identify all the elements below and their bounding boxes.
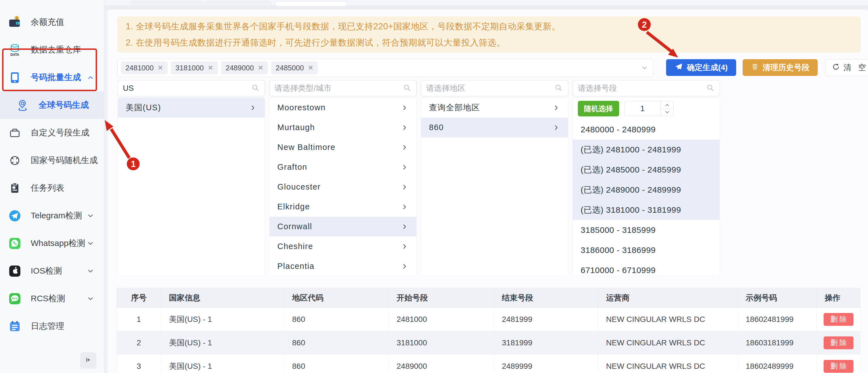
box-icon bbox=[8, 126, 22, 140]
chevron-right-icon bbox=[249, 104, 257, 112]
city-option[interactable]: Elkridge bbox=[270, 197, 416, 217]
segment-option[interactable]: 2480000 - 2480999 bbox=[573, 120, 720, 139]
segment-tag[interactable]: 2489000 ✕ bbox=[221, 61, 268, 74]
segment-option-selected[interactable]: (已选) 2489000 - 2489999 bbox=[573, 180, 720, 200]
city-option[interactable]: Murtaugh bbox=[270, 118, 416, 137]
database-icon: DATA bbox=[8, 43, 22, 57]
city-option[interactable]: Moorestown bbox=[270, 98, 416, 118]
segment-option-selected[interactable]: (已选) 2485000 - 2485999 bbox=[573, 160, 720, 180]
tag-remove-icon[interactable]: ✕ bbox=[208, 64, 213, 72]
col-header-index: 序号 bbox=[117, 288, 161, 308]
country-search-box[interactable] bbox=[118, 80, 265, 96]
confirm-generate-button[interactable]: 确定生成(4) bbox=[666, 59, 736, 76]
delete-button[interactable]: 删 除 bbox=[824, 313, 854, 326]
clear-button[interactable]: 清 空 bbox=[825, 59, 868, 76]
segment-tag[interactable]: 2481000 ✕ bbox=[121, 61, 167, 74]
chevron-down-icon bbox=[87, 212, 94, 220]
segment-option-selected[interactable]: (已选) 3181000 - 3181999 bbox=[573, 200, 720, 220]
cascader-segment-column: 随机选择 1 2480000 - 2480999 (已选) 2481000 - … bbox=[572, 80, 720, 276]
sidebar-item-whatsapp-check[interactable]: Whatsapp检测 bbox=[0, 229, 104, 257]
sidebar-item-telegram-check[interactable]: Telegram检测 bbox=[0, 202, 104, 229]
col-header-sample-number: 示例号码 bbox=[738, 288, 817, 308]
chevron-down-icon[interactable] bbox=[641, 64, 648, 71]
tab-stub[interactable] bbox=[130, 1, 202, 6]
segment-option[interactable]: 3185000 - 3185999 bbox=[573, 220, 720, 240]
cell-end-segment: 2489999 bbox=[494, 354, 598, 373]
wallet-icon: $ bbox=[8, 15, 22, 29]
sidebar-item-rcs-check[interactable]: RCS RCS检测 bbox=[0, 285, 104, 312]
sidebar-item-task-list[interactable]: 任务列表 bbox=[0, 174, 104, 202]
country-option[interactable]: 美国(US) bbox=[118, 98, 265, 118]
sidebar-item-data-dedup[interactable]: DATA 数据去重仓库 bbox=[0, 36, 104, 64]
segment-option[interactable]: 3186000 - 3186999 bbox=[573, 240, 720, 260]
segment-search-box[interactable] bbox=[572, 80, 720, 96]
city-search-input[interactable] bbox=[275, 84, 402, 93]
sidebar-item-label: 自定义号段生成 bbox=[31, 127, 89, 138]
chevron-right-icon bbox=[401, 183, 409, 191]
cell-index: 2 bbox=[117, 331, 161, 354]
city-option[interactable]: New Baltimore bbox=[270, 137, 416, 157]
sidebar-item-log-management[interactable]: 日志管理 bbox=[0, 312, 104, 340]
cell-country: 美国(US) - 1 bbox=[161, 308, 284, 331]
sidebar-item-label: 任务列表 bbox=[31, 182, 64, 194]
delete-button[interactable]: 删 除 bbox=[824, 360, 854, 373]
sidebar-item-balance-recharge[interactable]: $ 余额充值 bbox=[0, 8, 104, 36]
city-search-box[interactable] bbox=[269, 80, 417, 96]
svg-text:DATA: DATA bbox=[10, 53, 19, 57]
city-option[interactable]: Cheshire bbox=[270, 237, 416, 256]
tag-remove-icon[interactable]: ✕ bbox=[258, 64, 264, 72]
tag-remove-icon[interactable]: ✕ bbox=[308, 64, 313, 72]
stepper-down-button[interactable] bbox=[661, 109, 673, 116]
search-icon bbox=[402, 83, 411, 93]
area-option[interactable]: 查询全部地区 bbox=[421, 98, 568, 118]
segment-search-input[interactable] bbox=[578, 84, 706, 93]
chevron-right-icon bbox=[401, 144, 409, 151]
delete-button[interactable]: 删 除 bbox=[824, 336, 854, 349]
city-option-label: Elkridge bbox=[277, 202, 310, 211]
tab-stub[interactable] bbox=[205, 1, 271, 6]
clear-label: 清 空 bbox=[844, 62, 868, 73]
city-option[interactable]: Placentia bbox=[270, 256, 416, 276]
segment-option-selected[interactable]: (已选) 2481000 - 2481999 bbox=[573, 139, 720, 160]
cell-start-segment: 2489000 bbox=[389, 354, 494, 373]
sidebar-collapse-button[interactable] bbox=[80, 352, 96, 369]
country-search-input[interactable] bbox=[123, 84, 251, 93]
col-header-actions: 操作 bbox=[817, 288, 861, 308]
search-icon bbox=[554, 83, 563, 93]
sidebar-item-custom-segment-generation[interactable]: 自定义号段生成 bbox=[0, 119, 104, 147]
area-search-input[interactable] bbox=[426, 84, 554, 93]
area-option-selected[interactable]: 860 bbox=[421, 118, 568, 137]
phone-icon bbox=[8, 71, 22, 85]
chevron-right-icon bbox=[401, 223, 409, 230]
notice-line-1: 1. 全球号码生成服务采集世界各个国家手机号段数据，现已支持220+国家地区，号… bbox=[126, 21, 861, 32]
area-option-label: 查询全部地区 bbox=[429, 102, 480, 113]
area-search-box[interactable] bbox=[421, 80, 568, 96]
col-header-end-segment: 结束号段 bbox=[494, 288, 598, 308]
tag-remove-icon[interactable]: ✕ bbox=[157, 64, 163, 72]
selected-segments-input[interactable]: 2481000 ✕ 3181000 ✕ 2489000 ✕ 2485000 ✕ bbox=[117, 59, 653, 77]
sidebar-item-batch-generation[interactable]: 号码批量生成 bbox=[0, 64, 104, 91]
sidebar-menu: $ 余额充值 DATA 数据去重仓库 号码批量生成 全球号码生成 bbox=[0, 0, 104, 340]
sidebar-item-global-number-generation[interactable]: 全球号码生成 bbox=[0, 91, 104, 119]
random-count-stepper[interactable]: 1 bbox=[624, 101, 674, 116]
segment-tag[interactable]: 2485000 ✕ bbox=[271, 61, 318, 74]
tab-stub-active[interactable] bbox=[275, 1, 347, 6]
sidebar-item-ios-check[interactable]: IOS检测 bbox=[0, 257, 104, 285]
location-pin-icon bbox=[16, 98, 30, 112]
svg-text:RCS: RCS bbox=[12, 297, 18, 300]
cell-area-code: 860 bbox=[284, 354, 389, 373]
segment-list: 随机选择 1 2480000 - 2480999 (已选) 2481000 - … bbox=[572, 97, 720, 276]
segment-option[interactable]: 6710000 - 6710999 bbox=[573, 260, 720, 276]
sidebar-item-country-random-generation[interactable]: 国家号码随机生成 bbox=[0, 147, 104, 174]
segment-controls: 随机选择 1 bbox=[573, 98, 720, 120]
segment-tag-label: 2485000 bbox=[276, 64, 304, 72]
cell-start-segment: 3181000 bbox=[389, 331, 494, 354]
segment-tag[interactable]: 3181000 ✕ bbox=[171, 61, 218, 74]
city-list: Moorestown Murtaugh New Baltimore Grafto… bbox=[269, 97, 417, 276]
city-option[interactable]: Gloucester bbox=[270, 177, 416, 197]
city-option-selected[interactable]: Cornwall bbox=[270, 217, 416, 237]
stepper-up-button[interactable] bbox=[661, 101, 673, 109]
city-option[interactable]: Grafton bbox=[270, 157, 416, 177]
clear-history-button[interactable]: 清理历史号段 bbox=[743, 59, 818, 76]
random-select-button[interactable]: 随机选择 bbox=[578, 101, 619, 117]
